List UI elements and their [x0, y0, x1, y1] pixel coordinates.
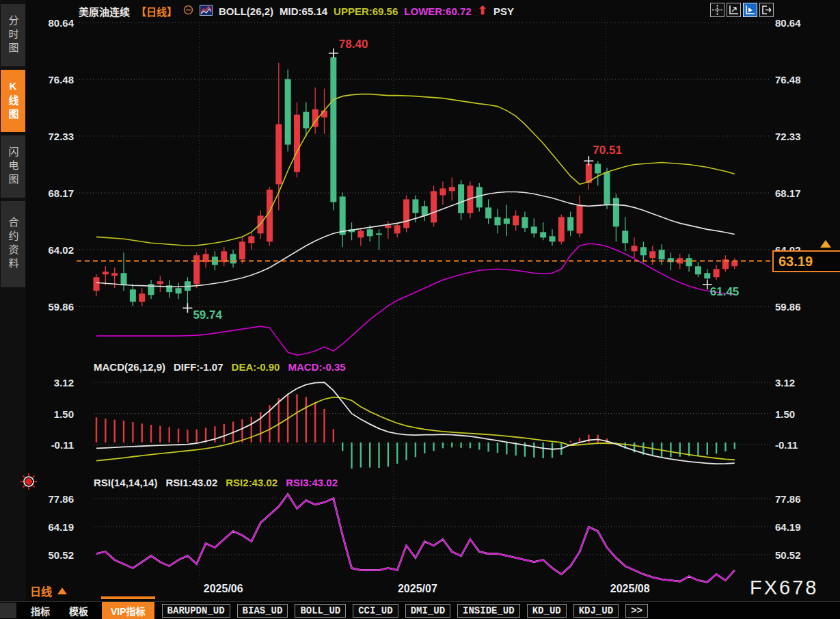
fx678-watermark: FX678	[750, 577, 818, 599]
mini-chart-icon[interactable]	[200, 5, 213, 18]
main-axis-tick: 59.86	[775, 300, 801, 312]
macd-dea-value: DEA:-0.90	[232, 361, 280, 373]
macd-axis-tick: -0.11	[775, 438, 798, 450]
rsi-axis-tick: 50.52	[775, 549, 801, 561]
main-axis-tick: 72.33	[29, 130, 74, 142]
period-tag[interactable]: 【日线】	[136, 4, 177, 18]
circle-minus-icon[interactable]	[183, 5, 193, 17]
axis-zoom-icon[interactable]	[727, 3, 741, 17]
rsi-axis-tick: 77.86	[29, 493, 74, 505]
macd-axis-tick: 3.12	[29, 377, 74, 388]
boll-mid-value: MID:65.14	[280, 5, 327, 17]
rsi-axis-tick: 64.19	[29, 521, 74, 533]
boll-params: BOLL(26,2)	[219, 5, 273, 17]
triangle-up-icon	[57, 588, 67, 594]
indicator-tab-2[interactable]: 模板	[61, 603, 96, 619]
macd-params: MACD(26,12,9)	[94, 361, 165, 373]
exit-chart-icon[interactable]	[759, 3, 774, 17]
sidebar-tab-4[interactable]: 合约资料	[1, 201, 25, 287]
indicator-tab-1[interactable]: 指标	[23, 603, 58, 619]
chart-toolbar	[710, 3, 774, 17]
sidebar-tab-2[interactable]: K线图	[1, 70, 25, 132]
indicator-tab-9[interactable]: INSIDE_UD	[457, 604, 520, 618]
chart-canvas[interactable]: 78.4070.5159.7461.45	[0, 0, 840, 619]
main-axis-tick: 76.48	[29, 74, 74, 85]
price-annotation: 59.74	[193, 308, 222, 321]
main-axis-tick: 80.64	[775, 17, 801, 29]
period-selector[interactable]: 日线	[30, 583, 67, 599]
rsi-params: RSI(14,14,14)	[94, 477, 157, 488]
main-axis-tick: 80.64	[29, 17, 74, 29]
sidebar: 分时图K线图闪电图合约资料	[0, 0, 26, 619]
main-axis-tick: 72.33	[775, 130, 801, 142]
indicator-tab-7[interactable]: CCI_UD	[353, 604, 398, 618]
indicator-tabbar: 指标模板VIP指标BARUPDN_UDBIAS_UDBOLL_UDCCI_UDD…	[0, 601, 840, 619]
alarm-icon[interactable]	[20, 473, 38, 493]
indicator-tab-8[interactable]: DMI_UD	[405, 604, 450, 618]
last-price-box: 63.19	[772, 250, 840, 272]
indicator-tab-10[interactable]: KD_UD	[527, 604, 567, 618]
macd-pane-header: MACD(26,12,9) DIFF:-1.07 DEA:-0.90 MACD:…	[94, 361, 346, 373]
price-annotation: 78.40	[339, 38, 368, 51]
x-axis-month-label: 2025/07	[398, 583, 437, 595]
indicator-tab-4[interactable]: BARUPDN_UD	[162, 604, 230, 618]
rsi-axis-tick: 64.19	[775, 521, 801, 533]
macd-axis-tick: 1.50	[775, 408, 795, 419]
rsi-axis-tick: 50.52	[29, 549, 74, 561]
sidebar-tab-3[interactable]: 闪电图	[1, 135, 25, 198]
main-axis-tick: 59.86	[29, 300, 74, 312]
sidebar-tab-1[interactable]: 分时图	[1, 4, 25, 66]
main-axis-tick: 64.02	[29, 243, 74, 255]
price-annotation: 70.51	[593, 144, 622, 157]
macd-diff-value: DIFF:-1.07	[174, 361, 223, 373]
rsi2-value: RSI2:43.02	[226, 477, 277, 488]
macd-axis-tick: 1.50	[29, 408, 74, 419]
rsi3-value: RSI3:43.02	[286, 477, 338, 488]
macd-axis-tick: -0.11	[29, 438, 74, 450]
indicator-tab-3[interactable]: VIP指标	[102, 602, 154, 619]
main-axis-tick: 68.17	[29, 187, 74, 199]
indicator-tab-12[interactable]: >>	[625, 604, 648, 618]
x-axis-month-label: 2025/08	[610, 583, 650, 595]
rsi-axis-tick: 77.86	[775, 493, 801, 505]
x-axis-month-label: 2025/06	[204, 583, 243, 595]
price-pin-icon	[820, 240, 831, 248]
chart-header: 美原油连续 【日线】 BOLL(26,2) MID:65.14 UPPER:69…	[79, 3, 514, 18]
main-axis-tick: 76.48	[775, 74, 801, 85]
boll-lower-value: LOWER:60.72	[404, 5, 471, 17]
rsi1-value: RSI1:43.02	[165, 477, 217, 488]
pan-icon[interactable]	[710, 3, 724, 17]
psy-label[interactable]: PSY	[493, 5, 514, 17]
up-arrow-icon: ⬆	[478, 6, 487, 16]
indicator-tab-5[interactable]: BIAS_UD	[237, 604, 288, 618]
main-axis-tick: 68.17	[775, 187, 801, 199]
tabbar-corner	[0, 603, 16, 618]
price-annotation: 61.45	[710, 285, 740, 298]
indicator-tab-6[interactable]: BOLL_UD	[295, 604, 346, 618]
rsi-pane-header: RSI(14,14,14) RSI1:43.02 RSI2:43.02 RSI3…	[94, 477, 338, 488]
macd-macd-value: MACD:-0.35	[288, 361, 345, 373]
symbol-name: 美原油连续	[79, 4, 130, 18]
boll-upper-value: UPPER:69.56	[334, 5, 398, 17]
chart-application: 78.4070.5159.7461.45 分时图K线图闪电图合约资料 美原油连续…	[0, 0, 840, 619]
axis-pointer-icon[interactable]	[743, 3, 757, 17]
indicator-tab-11[interactable]: KDJ_UD	[573, 604, 619, 618]
macd-axis-tick: 3.12	[775, 377, 795, 388]
period-selector-label: 日线	[30, 583, 52, 599]
